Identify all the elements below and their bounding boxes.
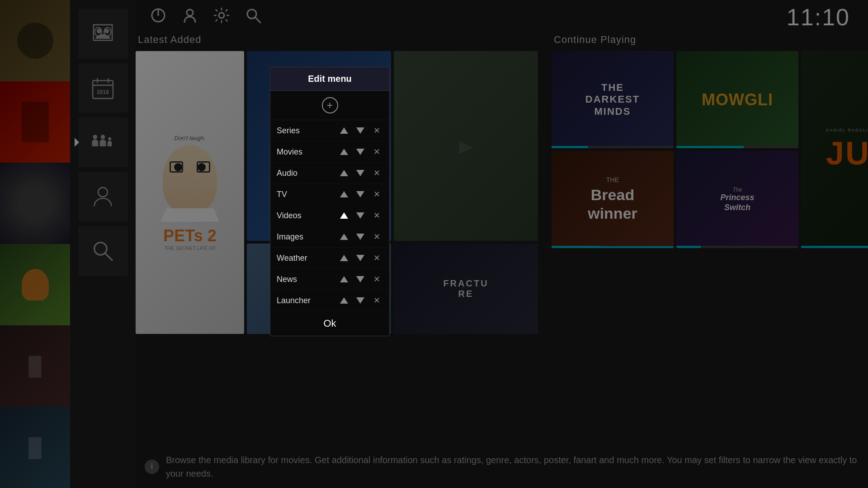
menu-row-series: Series ✕ [270, 120, 389, 141]
images-delete-button[interactable]: ✕ [370, 230, 383, 243]
launcher-delete-button[interactable]: ✕ [370, 294, 383, 307]
audio-up-button[interactable] [338, 167, 350, 179]
menu-label-audio: Audio [277, 169, 334, 178]
news-delete-button[interactable]: ✕ [370, 273, 383, 286]
weather-delete-button[interactable]: ✕ [370, 252, 383, 264]
menu-label-news: News [277, 275, 334, 284]
menu-label-series: Series [277, 126, 334, 136]
menu-row-videos: Videos ✕ [270, 205, 389, 226]
menu-row-images: Images ✕ [270, 226, 389, 248]
movies-up-button[interactable] [338, 145, 350, 158]
series-down-button[interactable] [354, 124, 367, 137]
launcher-up-button[interactable] [338, 294, 350, 307]
menu-label-launcher: Launcher [277, 296, 334, 305]
menu-row-tv: TV ✕ [270, 184, 389, 205]
movies-down-button[interactable] [354, 145, 367, 158]
menu-label-images: Images [277, 232, 334, 242]
videos-delete-button[interactable]: ✕ [370, 209, 383, 222]
tv-down-button[interactable] [354, 188, 367, 201]
dialog-title: Edit menu [270, 67, 389, 91]
menu-row-weather: Weather ✕ [270, 248, 389, 269]
menu-row-news: News ✕ [270, 269, 389, 290]
tv-up-button[interactable] [338, 188, 350, 201]
audio-down-button[interactable] [354, 167, 367, 179]
menu-row-movies: Movies ✕ [270, 141, 389, 163]
weather-down-button[interactable] [354, 252, 367, 264]
menu-label-videos: Videos [277, 211, 334, 221]
images-up-button[interactable] [338, 230, 350, 243]
menu-label-tv: TV [277, 190, 334, 199]
news-down-button[interactable] [354, 273, 367, 286]
ok-button[interactable]: Ok [270, 311, 389, 336]
images-down-button[interactable] [354, 230, 367, 243]
menu-row-launcher: Launcher ✕ [270, 290, 389, 311]
add-item-button[interactable]: + [322, 97, 338, 113]
dialog-add-section: + [270, 91, 389, 120]
dialog-overlay [0, 0, 868, 488]
series-delete-button[interactable]: ✕ [370, 124, 383, 137]
videos-down-button[interactable] [354, 209, 367, 222]
menu-row-audio: Audio ✕ [270, 163, 389, 184]
videos-up-button[interactable] [338, 209, 350, 222]
series-up-button[interactable] [338, 124, 350, 137]
tv-delete-button[interactable]: ✕ [370, 188, 383, 201]
weather-up-button[interactable] [338, 252, 350, 264]
launcher-down-button[interactable] [354, 294, 367, 307]
news-up-button[interactable] [338, 273, 350, 286]
menu-label-weather: Weather [277, 253, 334, 263]
movies-delete-button[interactable]: ✕ [370, 145, 383, 158]
audio-delete-button[interactable]: ✕ [370, 167, 383, 179]
edit-menu-dialog: Edit menu + Series ✕ Movies ✕ Audio ✕ TV… [270, 67, 390, 336]
menu-label-movies: Movies [277, 147, 334, 157]
